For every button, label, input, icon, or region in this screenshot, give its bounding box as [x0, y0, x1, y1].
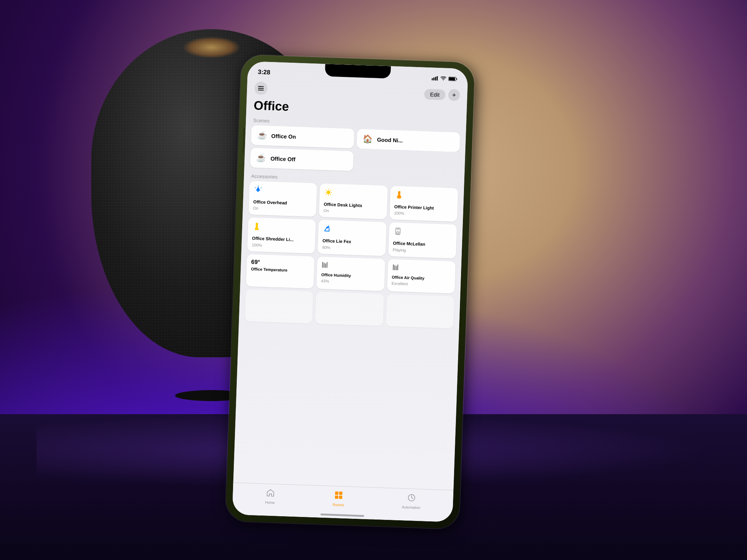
nav-rooms[interactable]: Rooms	[333, 490, 345, 507]
sensor-humidity-name: Office Humidity	[321, 272, 380, 279]
acc-office-overhead[interactable]: Office Overhead On	[248, 181, 317, 217]
sensor-air-quality[interactable]: Office Air Quality Excellent	[387, 259, 456, 293]
svg-rect-39	[335, 495, 338, 498]
acc-overhead-status: On	[253, 206, 312, 213]
header-right: Edit +	[424, 88, 460, 101]
header-left	[254, 82, 268, 95]
status-icons	[431, 76, 457, 81]
svg-rect-32	[327, 262, 328, 268]
scene-night-icon: 🏠	[363, 134, 373, 144]
acc-overhead-name: Office Overhead	[253, 199, 312, 207]
sensor-temp-name: Office Temperature	[251, 267, 310, 273]
nav-rooms-icon	[334, 490, 343, 502]
acc-shredder[interactable]: Office Shredder Li... 100%	[247, 218, 316, 254]
nav-rooms-label: Rooms	[333, 502, 344, 507]
add-button[interactable]: +	[448, 89, 460, 101]
scene-off-name: Office Off	[270, 155, 295, 162]
acc-printer-light[interactable]: Office Printer Light 100%	[390, 186, 458, 222]
svg-rect-24	[256, 223, 258, 227]
svg-line-18	[326, 190, 327, 190]
sensor-temperature[interactable]: 69° Office Temperature	[246, 254, 314, 288]
svg-rect-31	[325, 263, 326, 268]
acc-printer-icon	[394, 190, 453, 203]
svg-line-19	[330, 194, 331, 195]
menu-button[interactable]	[254, 82, 268, 95]
acc-overhead-icon	[253, 186, 313, 199]
scrollable-content[interactable]: Edit + Office Scenes ☕	[233, 61, 468, 490]
acc-shredder-icon	[252, 222, 311, 235]
battery-icon	[448, 77, 457, 81]
acc-liefex-name: Office Lie Fex	[322, 238, 382, 246]
svg-rect-8	[258, 90, 264, 91]
acc-mclellan[interactable]: Office McLellan Playing	[388, 222, 457, 258]
nav-home[interactable]: Home	[265, 488, 275, 505]
nav-home-label: Home	[265, 500, 275, 505]
acc-printer-name: Office Printer Light	[394, 204, 453, 211]
side-button-right	[465, 153, 468, 172]
svg-rect-38	[339, 491, 342, 495]
status-time: 3:28	[258, 69, 271, 76]
svg-rect-9	[257, 191, 259, 192]
acc-liefex-status: 60%	[322, 245, 381, 252]
svg-rect-0	[431, 78, 433, 80]
acc-desk-status: On	[324, 209, 383, 215]
svg-rect-34	[394, 265, 395, 270]
iphone-case: 3:28	[225, 54, 475, 529]
acc-extra-1	[245, 289, 313, 323]
svg-rect-40	[339, 495, 342, 499]
svg-rect-37	[335, 491, 338, 494]
acc-mclellan-icon	[393, 227, 452, 240]
svg-rect-5	[449, 77, 455, 81]
svg-rect-1	[433, 78, 434, 81]
svg-point-27	[396, 232, 399, 234]
acc-lie-fex[interactable]: Office Lie Fex 60%	[318, 220, 386, 256]
acc-mclellan-status: Playing	[393, 248, 452, 254]
acc-shredder-name: Office Shredder Li...	[252, 236, 311, 243]
sensor-humidity[interactable]: Office Humidity 43%	[317, 257, 385, 291]
nav-automation[interactable]: Automation	[402, 493, 421, 510]
menu-icon	[258, 86, 264, 91]
home-app: 3:28	[232, 61, 468, 522]
sensor-air-name: Office Air Quality	[392, 275, 451, 282]
svg-line-21	[326, 194, 326, 195]
svg-rect-30	[324, 262, 325, 268]
svg-rect-3	[437, 76, 438, 81]
svg-rect-2	[435, 77, 436, 81]
svg-rect-36	[397, 264, 398, 270]
acc-shredder-status: 100%	[252, 242, 311, 249]
scene-off-icon: ☕	[256, 153, 266, 163]
svg-rect-33	[393, 264, 394, 270]
sensor-temp-value: 69°	[251, 258, 310, 267]
scene-night-name: Good Ni...	[377, 136, 403, 143]
svg-rect-35	[396, 266, 396, 270]
nav-automation-label: Automation	[402, 505, 421, 510]
homepod-top-glow	[182, 36, 241, 58]
acc-extra-2	[315, 292, 384, 326]
signal-icon	[431, 76, 438, 81]
scene-on-name: Office On	[271, 133, 296, 140]
svg-rect-28	[397, 229, 399, 230]
sensor-air-status: Excellent	[391, 281, 450, 288]
notch	[325, 64, 391, 78]
accessories-grid-2: Office Shredder Li... 100%	[241, 217, 463, 258]
svg-rect-6	[258, 86, 264, 87]
scene-good-night[interactable]: 🏠 Good Ni...	[357, 129, 460, 152]
nav-automation-icon	[407, 493, 416, 504]
iphone-screen: 3:28	[232, 61, 468, 522]
scene-office-off[interactable]: ☕ Office Off	[250, 148, 354, 171]
sensor-humidity-status: 43%	[321, 279, 380, 285]
svg-point-13	[327, 191, 330, 194]
sensor-humidity-icon	[321, 261, 380, 272]
acc-desk-lights[interactable]: Office Desk Lights On	[319, 183, 387, 219]
svg-line-20	[330, 190, 331, 191]
scene-on-icon: ☕	[257, 131, 267, 140]
acc-liefex-icon	[323, 225, 382, 238]
iphone: 3:28	[225, 54, 475, 529]
acc-mclellan-name: Office McLellan	[393, 241, 452, 248]
edit-button[interactable]: Edit	[424, 89, 446, 100]
wifi-icon	[440, 76, 446, 81]
acc-desk-icon	[324, 188, 383, 201]
scene-office-on[interactable]: ☕ Office On	[251, 125, 355, 148]
svg-rect-7	[258, 88, 264, 89]
svg-rect-29	[322, 262, 324, 268]
